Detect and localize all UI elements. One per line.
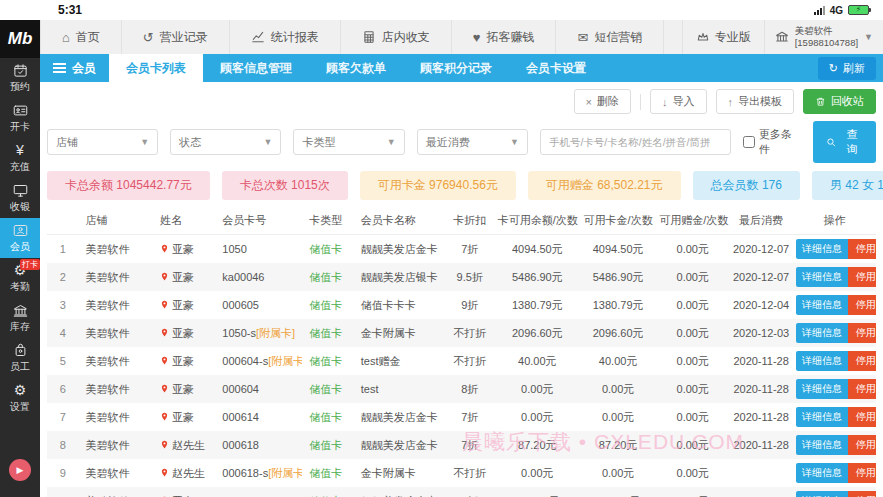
cell-gift: 0.00元 xyxy=(656,347,729,375)
tab-customer-points[interactable]: 顾客积分记录 xyxy=(403,54,509,82)
disable-button[interactable]: 停用 xyxy=(848,351,876,371)
tab-customer-arrears[interactable]: 顾客欠款单 xyxy=(309,54,403,82)
cell-store: 美碧软件 xyxy=(79,431,154,459)
disable-button[interactable]: 停用 xyxy=(848,267,876,287)
sidebar-item-open-card[interactable]: 开卡 xyxy=(0,98,40,138)
disable-button[interactable]: 停用 xyxy=(848,379,876,399)
clock-in-badge[interactable]: 打卡 xyxy=(20,259,40,270)
detail-info-button[interactable]: 详细信息 xyxy=(796,239,848,259)
cell-balance: 4094.50元 xyxy=(495,235,580,264)
store-dropdown[interactable]: 店铺 ▼ xyxy=(47,129,158,155)
sidebar-item-recharge[interactable]: ¥ 充值 xyxy=(0,138,40,178)
disable-button[interactable]: 停用 xyxy=(848,435,876,455)
cell-balance: 40.00元 xyxy=(495,347,580,375)
more-conditions-checkbox[interactable] xyxy=(743,136,755,148)
cell-card-name: 金卡附属卡 xyxy=(354,319,445,347)
recycle-bin-button[interactable]: 回收站 xyxy=(803,89,876,114)
cell-name: 赵先生 xyxy=(153,431,215,459)
card-type-dropdown[interactable]: 卡类型 ▼ xyxy=(293,129,404,155)
import-button[interactable]: ↓ 导入 xyxy=(650,89,707,114)
stat-pill: 总会员数 176 xyxy=(693,171,800,200)
cell-card-number: 000614 xyxy=(215,403,302,431)
disable-button[interactable]: 停用 xyxy=(848,295,876,315)
location-pin-icon xyxy=(160,355,169,366)
nav-item-statistics[interactable]: 统计报表 xyxy=(230,20,341,54)
cell-name: 亚豪 xyxy=(153,403,215,431)
nav-item-sms-marketing[interactable]: ✉ 短信营销 xyxy=(556,20,664,54)
play-button[interactable]: ▶ xyxy=(9,459,31,481)
stats-row: 卡总余额 1045442.77元卡总次数 1015次可用卡金 976940.56… xyxy=(47,170,876,207)
members-menu-toggle[interactable]: 会员 xyxy=(40,54,109,82)
dropdown-label: 最近消费 xyxy=(426,135,470,150)
sidebar-item-appointment[interactable]: 预约 xyxy=(0,58,40,98)
disable-button[interactable]: 停用 xyxy=(848,239,876,259)
detail-info-button[interactable]: 详细信息 xyxy=(796,463,848,483)
cell-row-number: 8 xyxy=(47,431,79,459)
detail-info-button[interactable]: 详细信息 xyxy=(796,407,848,427)
cell-card-type: 储值卡 xyxy=(302,319,353,347)
bank-icon xyxy=(775,30,789,44)
cell-row-number: 9 xyxy=(47,459,79,487)
recent-consumption-dropdown[interactable]: 最近消费 ▼ xyxy=(417,129,528,155)
detail-info-button[interactable]: 详细信息 xyxy=(796,379,848,399)
nav-item-label: 首页 xyxy=(76,29,100,46)
detail-info-button[interactable]: 详细信息 xyxy=(796,295,848,315)
detail-info-button[interactable]: 详细信息 xyxy=(796,351,848,371)
cell-name: 亚豪 xyxy=(153,487,215,497)
sidebar-item-attendance[interactable]: 打卡 ⚙ 考勤 xyxy=(0,258,40,298)
status-bar: 5:31 4G ⚡ xyxy=(0,0,883,20)
account-menu[interactable]: 美碧软件 [15988104788] ▼ xyxy=(764,20,883,54)
column-header xyxy=(47,207,79,235)
dropdown-label: 店铺 xyxy=(56,135,78,150)
plan-badge[interactable]: 专业版 xyxy=(682,20,764,54)
cell-gift: 0.00元 xyxy=(656,291,729,319)
status-dropdown[interactable]: 状态 ▼ xyxy=(170,129,281,155)
sidebar-item-inventory[interactable]: 库存 xyxy=(0,298,40,338)
location-pin-icon xyxy=(160,383,169,394)
query-label: 查询 xyxy=(842,127,863,157)
delete-button[interactable]: × 删除 xyxy=(574,89,631,114)
refresh-button[interactable]: ↻ 刷新 xyxy=(818,57,876,80)
disable-button[interactable]: 停用 xyxy=(848,323,876,343)
cell-row-number: 4 xyxy=(47,319,79,347)
chevron-down-icon: ▼ xyxy=(510,137,519,147)
cell-discount: 不打折 xyxy=(445,319,495,347)
more-conditions[interactable]: 更多条件 xyxy=(743,127,801,157)
nav-item-business-records[interactable]: ↺ 营业记录 xyxy=(122,20,230,54)
cell-card-type: 储值卡 xyxy=(302,291,353,319)
sidebar-item-members[interactable]: 会员 xyxy=(0,218,40,258)
location-pin-icon xyxy=(160,467,169,478)
detail-info-button[interactable]: 详细信息 xyxy=(796,435,848,455)
table-row: 4美碧软件亚豪1050-s[附属卡]储值卡金卡附属卡不打折2096.60元209… xyxy=(47,319,876,347)
trash-icon xyxy=(815,96,826,107)
sidebar-item-cashier[interactable]: 收银 xyxy=(0,178,40,218)
export-template-button[interactable]: ↑ 导出模板 xyxy=(716,89,795,114)
detail-info-button[interactable]: 详细信息 xyxy=(796,491,848,497)
table-row: 10美碧软件亚豪000616储值卡靓靓美发店金卡7折450.00元450.00元… xyxy=(47,487,876,497)
disable-button[interactable]: 停用 xyxy=(848,491,876,497)
query-button[interactable]: 查询 xyxy=(813,121,876,163)
search-input[interactable] xyxy=(540,129,731,155)
cell-store: 美碧软件 xyxy=(79,487,154,497)
disable-button[interactable]: 停用 xyxy=(848,463,876,483)
cell-balance: 2096.60元 xyxy=(495,319,580,347)
nav-item-home[interactable]: ⌂ 首页 xyxy=(40,20,122,54)
nav-item-store-finance[interactable]: 店内收支 xyxy=(341,20,452,54)
tab-customer-info[interactable]: 顾客信息管理 xyxy=(203,54,309,82)
tab-card-settings[interactable]: 会员卡设置 xyxy=(509,54,603,82)
cell-card-type: 储值卡 xyxy=(302,235,353,264)
cell-store: 美碧软件 xyxy=(79,263,154,291)
nav-item-customer-acquisition[interactable]: ♥ 拓客赚钱 xyxy=(452,20,557,54)
column-header: 会员卡名称 xyxy=(354,207,445,235)
clock: 5:31 xyxy=(58,3,82,17)
disable-button[interactable]: 停用 xyxy=(848,407,876,427)
sidebar-item-staff[interactable]: 员工 xyxy=(0,338,40,378)
detail-info-button[interactable]: 详细信息 xyxy=(796,323,848,343)
cell-actions: 详细信息停用 xyxy=(793,347,876,375)
cell-last-consumption: 2020-11-28 xyxy=(729,403,793,431)
cell-card-number: 000604-s[附属卡] xyxy=(215,347,302,375)
tab-member-card-list[interactable]: 会员卡列表 xyxy=(109,54,203,82)
sidebar-item-settings[interactable]: ⚙ 设置 xyxy=(0,378,40,418)
detail-info-button[interactable]: 详细信息 xyxy=(796,267,848,287)
location-pin-icon xyxy=(160,243,169,254)
